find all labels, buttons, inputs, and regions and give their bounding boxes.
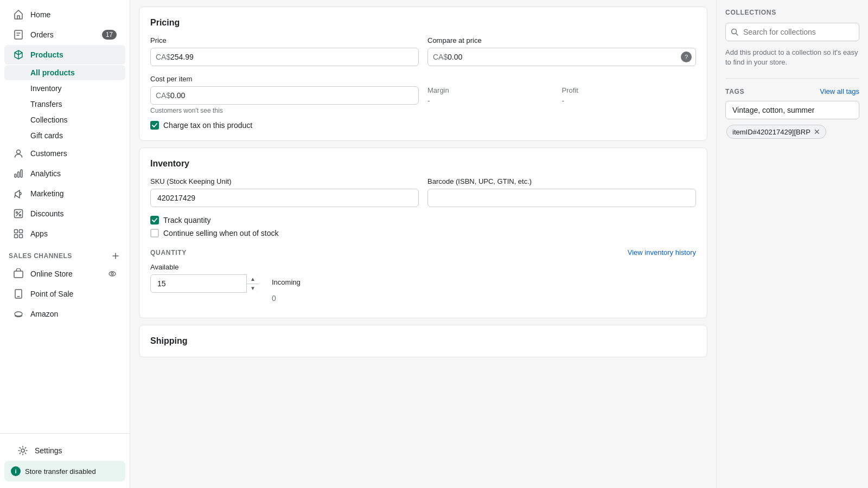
settings-icon	[17, 445, 28, 456]
svg-rect-8	[15, 230, 18, 233]
sidebar-item-orders-label: Orders	[30, 30, 54, 39]
price-row: Price CA$ Compare at price CA$ ?	[150, 36, 696, 66]
sidebar-sub-gift-cards[interactable]: Gift cards	[4, 128, 125, 143]
shipping-title: Shipping	[150, 336, 696, 346]
sidebar-item-customers[interactable]: Customers	[4, 144, 125, 163]
compare-price-input[interactable]	[427, 48, 696, 66]
collections-search-input[interactable]	[725, 23, 859, 41]
cost-input[interactable]	[150, 86, 419, 105]
sidebar-item-online-store[interactable]: Online Store	[4, 264, 125, 284]
pricing-card: Pricing Price CA$ Compare at price CA$	[139, 7, 707, 141]
sidebar-item-apps-label: Apps	[30, 229, 48, 238]
sidebar-item-home-label: Home	[30, 10, 50, 19]
sidebar-sub-transfers[interactable]: Transfers	[4, 97, 125, 112]
compare-price-help-icon[interactable]: ?	[681, 52, 692, 62]
sidebar-item-discounts[interactable]: Discounts	[4, 204, 125, 223]
tags-chips-container: itemID#420217429][BRP ✕	[725, 124, 859, 140]
sku-input[interactable]	[150, 189, 419, 207]
collections-search	[725, 23, 859, 41]
margin-group: Margin -	[427, 86, 562, 105]
sidebar-item-orders[interactable]: Orders 17	[4, 25, 125, 44]
svg-point-6	[20, 215, 21, 216]
cost-section: Cost per item CA$ Customers won't see th…	[150, 75, 696, 114]
panel-divider	[725, 78, 859, 79]
store-transfer-label: Store transfer disabled	[25, 467, 96, 476]
apps-icon	[13, 228, 24, 239]
add-sales-channel-button[interactable]	[110, 251, 121, 261]
pos-icon	[13, 288, 24, 299]
online-store-icon	[13, 268, 24, 279]
tax-checkbox[interactable]	[150, 121, 159, 130]
track-quantity-row[interactable]: Track quantity	[150, 216, 696, 224]
compare-price-group: Compare at price CA$ ?	[427, 36, 696, 66]
sku-group: SKU (Stock Keeping Unit)	[150, 177, 419, 207]
tax-checkbox-row[interactable]: Charge tax on this product	[150, 121, 696, 130]
sku-label: SKU (Stock Keeping Unit)	[150, 177, 419, 185]
incoming-col: Incoming 0	[272, 263, 301, 307]
quantity-section-title: QUANTITY	[150, 249, 187, 256]
sidebar-item-discounts-label: Discounts	[30, 209, 63, 218]
main-content: Pricing Price CA$ Compare at price CA$	[130, 0, 868, 488]
compare-price-label: Compare at price	[427, 36, 696, 44]
sidebar-item-pos-label: Point of Sale	[30, 290, 73, 298]
profit-group: Profit -	[562, 86, 697, 105]
available-increment[interactable]: ▲	[247, 274, 259, 284]
profit-value: -	[562, 97, 697, 105]
sidebar-item-apps[interactable]: Apps	[4, 224, 125, 243]
collections-section: COLLECTIONS Add this product to a collec…	[725, 9, 859, 67]
sidebar-item-analytics[interactable]: Analytics	[4, 164, 125, 183]
sidebar-sub-all-products[interactable]: All products	[4, 65, 125, 80]
incoming-label: Incoming	[272, 278, 301, 286]
tag-chip-label: itemID#420217429][BRP	[732, 128, 810, 136]
tag-chip: itemID#420217429][BRP ✕	[726, 125, 826, 139]
sidebar-nav: Home Orders 17 Products All products Inv…	[0, 0, 130, 433]
settings-label: Settings	[35, 446, 62, 455]
quantity-cols: Available ▲ ▼ Incoming 0	[150, 263, 696, 307]
svg-rect-12	[14, 271, 23, 278]
svg-point-5	[16, 212, 18, 214]
orders-badge: 17	[102, 30, 117, 40]
available-decrement[interactable]: ▼	[247, 284, 259, 293]
continue-selling-row[interactable]: Continue selling when out of stock	[150, 229, 696, 237]
sidebar-sub-collections[interactable]: Collections	[4, 112, 125, 127]
track-quantity-checkbox[interactable]	[150, 216, 159, 224]
sku-barcode-row: SKU (Stock Keeping Unit) Barcode (ISBN, …	[150, 177, 696, 207]
svg-rect-9	[20, 230, 23, 233]
svg-rect-10	[15, 235, 18, 238]
tags-input[interactable]	[725, 101, 859, 119]
view-all-tags-link[interactable]: View all tags	[820, 87, 859, 95]
tag-chip-remove[interactable]: ✕	[814, 127, 820, 136]
svg-point-17	[21, 449, 24, 452]
sidebar-sub-all-products-label: All products	[30, 68, 75, 77]
sidebar-item-amazon[interactable]: Amazon	[4, 304, 125, 324]
sidebar-bottom: Settings i Store transfer disabled	[0, 433, 130, 488]
sidebar-item-analytics-label: Analytics	[30, 169, 61, 178]
barcode-input[interactable]	[427, 189, 696, 207]
price-input-wrapper: CA$	[150, 48, 419, 66]
margin-value: -	[427, 97, 562, 105]
price-input[interactable]	[150, 48, 419, 66]
track-quantity-label: Track quantity	[163, 216, 210, 224]
barcode-group: Barcode (ISBN, UPC, GTIN, etc.)	[427, 177, 696, 207]
collections-title: COLLECTIONS	[725, 9, 859, 16]
sidebar-item-products-label: Products	[30, 50, 63, 59]
tags-title: TAGS	[725, 88, 744, 95]
view-inventory-link[interactable]: View inventory history	[628, 248, 696, 256]
sidebar-item-pos[interactable]: Point of Sale	[4, 284, 125, 304]
price-group: Price CA$	[150, 36, 419, 66]
svg-point-18	[732, 29, 737, 34]
cost-label: Cost per item	[150, 75, 696, 83]
sidebar-sub-transfers-label: Transfers	[30, 100, 62, 108]
sidebar-item-customers-label: Customers	[30, 149, 67, 158]
sidebar-sub-gift-cards-label: Gift cards	[30, 131, 63, 140]
sidebar-item-home[interactable]: Home	[4, 5, 125, 24]
continue-selling-checkbox[interactable]	[150, 229, 159, 237]
products-icon	[13, 49, 24, 60]
sidebar-sub-inventory[interactable]: Inventory	[4, 81, 125, 96]
profit-label: Profit	[562, 86, 697, 94]
sidebar-item-settings[interactable]: Settings	[9, 441, 121, 460]
available-input[interactable]	[150, 274, 259, 293]
sidebar-item-marketing[interactable]: Marketing	[4, 184, 125, 203]
inventory-card: Inventory SKU (Stock Keeping Unit) Barco…	[139, 147, 707, 318]
sidebar-item-products[interactable]: Products	[4, 45, 125, 65]
